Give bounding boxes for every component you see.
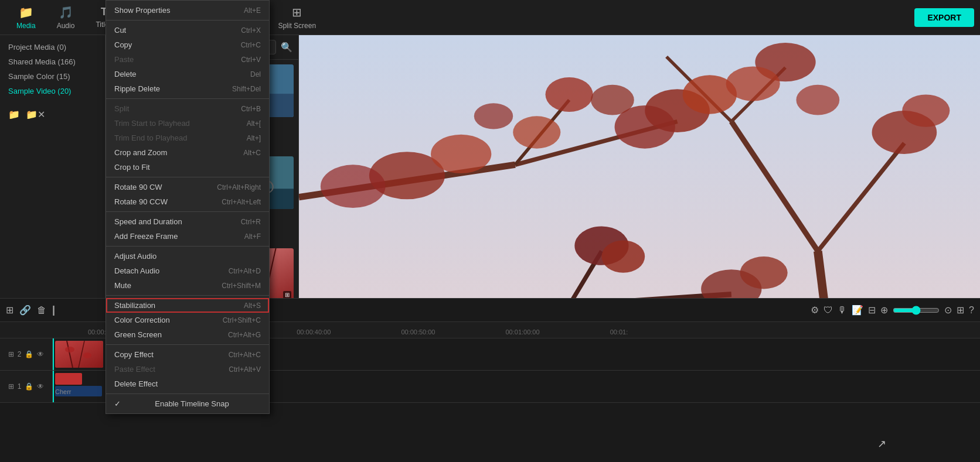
track-1-icon: ⊞ bbox=[8, 382, 14, 391]
add-folder-button[interactable]: 📁 bbox=[8, 109, 20, 120]
ctx-stabilization[interactable]: Stabilization Alt+S bbox=[106, 298, 269, 313]
svg-point-65 bbox=[740, 256, 788, 289]
ctx-ripple-delete[interactable]: Ripple Delete Shift+Del bbox=[106, 81, 269, 96]
ctx-freeze-frame[interactable]: Add Freeze Frame Alt+F bbox=[106, 229, 269, 244]
ctx-green-screen-label: Green Screen bbox=[114, 330, 162, 339]
svg-point-63 bbox=[601, 240, 645, 272]
ctx-delete-effect[interactable]: Delete Effect bbox=[106, 377, 269, 391]
svg-point-56 bbox=[513, 116, 560, 148]
ctx-freeze-frame-shortcut: Alt+F bbox=[244, 232, 261, 241]
track-1-visible[interactable]: 👁 bbox=[37, 382, 44, 391]
ctx-mute-label: Mute bbox=[114, 281, 131, 290]
mic-button[interactable]: 🎙 bbox=[838, 305, 847, 316]
track-1-label: 1 bbox=[18, 382, 22, 391]
storyboard-button[interactable]: ⊞ bbox=[957, 304, 964, 316]
ruler-mark-4: 00:01:00:00 bbox=[471, 328, 575, 336]
separator-6 bbox=[106, 295, 269, 296]
separator-2 bbox=[106, 98, 269, 99]
ctx-paste-effect-label: Paste Effect bbox=[114, 365, 155, 374]
remove-folder-button[interactable]: 📁✕ bbox=[26, 109, 45, 120]
ctx-copy[interactable]: Copy Ctrl+C bbox=[106, 37, 269, 52]
red-clip[interactable] bbox=[55, 373, 82, 385]
ctx-delete-label: Delete bbox=[114, 70, 137, 78]
ctx-delete[interactable]: Delete Del bbox=[106, 67, 269, 81]
ctx-rotate-cw-label: Rotate 90 CW bbox=[114, 183, 162, 191]
nav-splitscreen-label: Split Screen bbox=[278, 22, 316, 30]
ctx-green-screen[interactable]: Green Screen Ctrl+Alt+G bbox=[106, 327, 269, 342]
ctx-paste-shortcut: Ctrl+V bbox=[241, 56, 261, 64]
track-2-lock[interactable]: 🔒 bbox=[25, 350, 33, 358]
delete-track-button[interactable]: 🗑 bbox=[37, 305, 46, 316]
ctx-timeline-snap[interactable]: ✓ Enable Timeline Snap bbox=[106, 396, 269, 411]
nav-audio[interactable]: 🎵 Audio bbox=[46, 0, 86, 35]
cherry-clip[interactable] bbox=[55, 341, 103, 368]
sidebar-actions: 📁 📁✕ bbox=[0, 103, 105, 126]
ctx-adjust-audio[interactable]: Adjust Audio bbox=[106, 249, 269, 263]
split-button[interactable]: | bbox=[52, 304, 55, 316]
motion-button[interactable]: ⚙ bbox=[811, 304, 819, 316]
track-header-1: ⊞ 1 🔒 👁 bbox=[0, 371, 53, 402]
nav-media[interactable]: 📁 Media bbox=[6, 0, 46, 35]
tl-tools-right: ⚙ 🛡 🎙 📝 ⊟ ⊕ ⊙ ⊞ ? bbox=[811, 304, 974, 316]
track-1-content-label: Cherr bbox=[55, 388, 72, 395]
ctx-rotate-cw-shortcut: Ctrl+Alt+Right bbox=[217, 183, 261, 191]
ctx-show-properties[interactable]: Show Properties Alt+E bbox=[106, 3, 269, 18]
nav-splitscreen[interactable]: ⊞ Split Screen bbox=[267, 0, 326, 35]
nav-audio-label: Audio bbox=[57, 22, 75, 30]
ctx-copy-effect-shortcut: Ctrl+Alt+C bbox=[229, 351, 261, 359]
zoom-in-button[interactable]: ⊕ bbox=[880, 304, 888, 316]
ctx-split: Split Ctrl+B bbox=[106, 101, 269, 116]
zoom-slider[interactable] bbox=[893, 306, 940, 315]
track-2-visible[interactable]: 👁 bbox=[37, 350, 44, 358]
splitscreen-icon: ⊞ bbox=[292, 5, 302, 19]
svg-point-55 bbox=[591, 85, 634, 115]
ctx-trim-start-label: Trim Start to Playhead bbox=[114, 119, 190, 128]
ctx-detach-audio-shortcut: Ctrl+Alt+D bbox=[229, 267, 261, 275]
ctx-paste-effect-shortcut: Ctrl+Alt+V bbox=[229, 365, 261, 374]
ruler-mark-3: 00:00:50:00 bbox=[366, 328, 470, 336]
zoom-button[interactable]: ⊟ bbox=[868, 304, 876, 316]
sidebar-sample-color[interactable]: Sample Color (15) bbox=[0, 69, 105, 84]
svg-point-69 bbox=[65, 347, 74, 353]
text-button[interactable]: 📝 bbox=[852, 304, 863, 316]
context-menu: Show Properties Alt+E Cut Ctrl+X Copy Ct… bbox=[106, 0, 270, 414]
ctx-rotate-ccw[interactable]: Rotate 90 CCW Ctrl+Alt+Left bbox=[106, 194, 269, 209]
export-button[interactable]: EXPORT bbox=[914, 8, 974, 27]
ctx-crop-fit[interactable]: Crop to Fit bbox=[106, 160, 269, 174]
ctx-trim-end-label: Trim End to Playhead bbox=[114, 134, 188, 142]
add-track-button[interactable]: ⊞ bbox=[6, 304, 13, 316]
playhead-track1 bbox=[53, 371, 54, 402]
track-1-lock[interactable]: 🔒 bbox=[25, 382, 33, 391]
ctx-paste: Paste Ctrl+V bbox=[106, 52, 269, 67]
ctx-green-screen-shortcut: Ctrl+Alt+G bbox=[228, 331, 261, 339]
ctx-cut[interactable]: Cut Ctrl+X bbox=[106, 23, 269, 37]
checkmark-icon: ✓ bbox=[114, 399, 121, 408]
separator-4 bbox=[106, 211, 269, 212]
ctx-ripple-delete-shortcut: Shift+Del bbox=[232, 85, 261, 93]
ctx-detach-audio[interactable]: Detach Audio Ctrl+Alt+D bbox=[106, 263, 269, 278]
fit-button[interactable]: ⊙ bbox=[944, 304, 952, 316]
link-button[interactable]: 🔗 bbox=[19, 304, 31, 316]
ctx-rotate-cw[interactable]: Rotate 90 CW Ctrl+Alt+Right bbox=[106, 180, 269, 194]
sidebar-shared-media[interactable]: Shared Media (166) bbox=[0, 54, 105, 69]
svg-point-46 bbox=[546, 77, 593, 112]
ctx-rotate-ccw-shortcut: Ctrl+Alt+Left bbox=[222, 198, 261, 206]
ctx-speed-duration[interactable]: Speed and Duration Ctrl+R bbox=[106, 214, 269, 229]
track-header-2: ⊞ 2 🔒 👁 bbox=[0, 338, 53, 370]
ctx-stabilization-shortcut: Alt+S bbox=[244, 302, 261, 310]
shield-button[interactable]: 🛡 bbox=[824, 305, 833, 316]
help-button[interactable]: ? bbox=[969, 305, 974, 316]
ctx-delete-effect-label: Delete Effect bbox=[114, 379, 158, 388]
ctx-color-correction[interactable]: Color Correction Ctrl+Shift+C bbox=[106, 313, 269, 327]
sidebar-project-media[interactable]: Project Media (0) bbox=[0, 40, 105, 54]
ctx-mute-shortcut: Ctrl+Shift+M bbox=[222, 282, 261, 290]
svg-point-50 bbox=[902, 94, 950, 126]
ctx-mute[interactable]: Mute Ctrl+Shift+M bbox=[106, 278, 269, 293]
ctx-color-correction-shortcut: Ctrl+Shift+C bbox=[223, 316, 261, 324]
ctx-copy-effect[interactable]: Copy Effect Ctrl+Alt+C bbox=[106, 347, 269, 362]
ctx-copy-label: Copy bbox=[114, 40, 132, 49]
sidebar-sample-video[interactable]: Sample Video (20) bbox=[0, 84, 105, 98]
ctx-crop-zoom[interactable]: Crop and Zoom Alt+C bbox=[106, 145, 269, 160]
search-button[interactable]: 🔍 bbox=[281, 42, 292, 53]
preview-panel: ◀ ⏮ ▶ ■ ❮ ❯ 00:00:00:00 🖥 📷 🔊 ⛶ bbox=[299, 35, 980, 333]
